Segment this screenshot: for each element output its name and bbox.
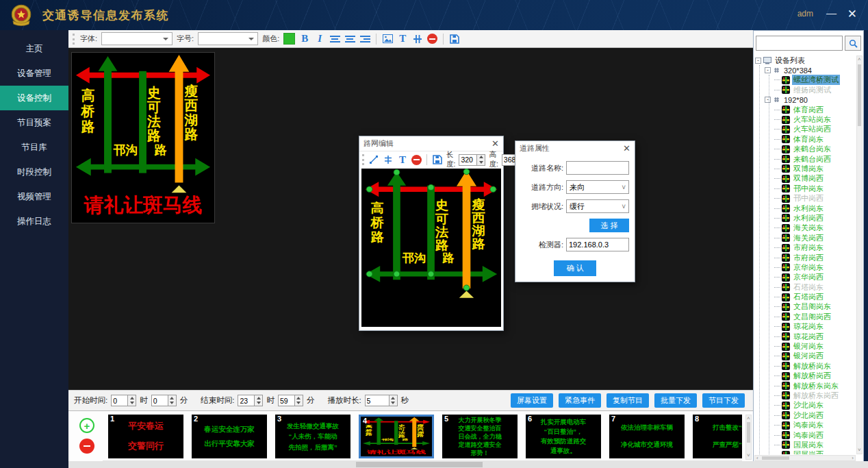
device-name[interactable]: 海关岗西	[792, 233, 825, 243]
device-name[interactable]: 火车站岗东	[792, 114, 832, 125]
sidebar-item-home[interactable]: 主页	[0, 36, 68, 61]
program-thumbnail[interactable]: 2春运安全连万家出行平安靠大家	[192, 415, 267, 458]
tree-vertical-scrollbar[interactable]: ˄ ˅	[856, 56, 863, 454]
device-name[interactable]: 邗中岗东	[792, 184, 825, 194]
edit-handle[interactable]	[366, 186, 372, 192]
device-name[interactable]: 文昌阁岗西	[792, 312, 832, 322]
collapse-icon[interactable]: -	[755, 58, 761, 64]
line-icon[interactable]	[368, 153, 379, 166]
device-name[interactable]: 维扬岗测试	[792, 85, 832, 95]
edit-handle[interactable]	[428, 271, 434, 277]
start-hour-input[interactable]	[111, 395, 128, 406]
tree-device[interactable]: 文昌阁岗西	[755, 312, 856, 321]
program-thumbnail[interactable]: 4高桥路史可法路瘦西湖路邗沟路请礼让斑马线	[359, 415, 434, 458]
emergency-event-button[interactable]: 紧急事件	[559, 393, 601, 408]
program-thumbnail[interactable]: 1平安春运交警同行	[108, 415, 183, 458]
device-name[interactable]: 鸿泰岗西	[792, 430, 825, 441]
detector-input[interactable]	[566, 238, 629, 251]
collapse-icon[interactable]: -	[765, 97, 771, 103]
tree-device[interactable]: 琼花岗东	[755, 322, 856, 332]
tree-device[interactable]: 文昌阁岗东	[755, 302, 856, 312]
device-name[interactable]: 解放桥岗西	[792, 371, 832, 381]
tree-device[interactable]: 琼花岗西	[755, 332, 856, 341]
length-input[interactable]	[459, 154, 477, 166]
device-name[interactable]: 沙北岗西	[792, 410, 825, 421]
device-name[interactable]: 琼花岗东	[792, 321, 825, 332]
tree-device[interactable]: 国展岗东	[755, 440, 856, 449]
tree-device[interactable]: 邗中岗东	[755, 184, 856, 193]
spin-up-icon[interactable]	[477, 155, 485, 160]
device-name[interactable]: 沙北岗东	[792, 400, 825, 410]
tree-device[interactable]: 国展岗西	[755, 450, 856, 454]
program-thumbnail[interactable]: 7依法治理非标车辆净化城市交通环境	[609, 415, 685, 458]
tree-device[interactable]: 火车站岗东	[755, 114, 856, 124]
device-name[interactable]: 水利岗东	[792, 204, 825, 214]
tree-device[interactable]: 解放桥东岗东	[755, 381, 856, 391]
text-icon[interactable]: T	[397, 153, 408, 166]
device-name[interactable]: 文昌阁岗东	[792, 301, 832, 312]
size-select[interactable]	[198, 32, 258, 45]
color-swatch[interactable]	[283, 33, 295, 45]
collapse-icon[interactable]: -	[765, 67, 771, 73]
road-direction-select[interactable]: 来向	[566, 180, 629, 194]
tree-device[interactable]: 双博岗东	[755, 164, 856, 173]
close-icon[interactable]: ✕	[492, 138, 499, 149]
tree-device[interactable]: 来鹤台岗东	[755, 145, 856, 154]
start-minute-input[interactable]	[151, 395, 168, 406]
vertical-scrollbar[interactable]: ˄ ˅	[745, 415, 752, 460]
tree-device[interactable]: 市府岗西	[755, 253, 856, 262]
device-name[interactable]: 鸿泰岗东	[792, 420, 825, 430]
tree-device[interactable]: 维扬岗测试	[755, 85, 856, 95]
device-name[interactable]: 京华岗西	[792, 272, 825, 282]
align-right-icon[interactable]	[359, 33, 370, 45]
tree-root[interactable]: -设备列表	[755, 56, 856, 65]
tree-device[interactable]: 体育岗东	[755, 134, 856, 144]
cross-icon[interactable]	[383, 153, 394, 166]
edit-handle[interactable]	[394, 169, 400, 175]
congestion-select[interactable]: 缓行	[566, 199, 629, 213]
delete-icon[interactable]	[411, 155, 422, 165]
program-thumbnail[interactable]: 8打击整改“灯严查严惩“机	[693, 415, 742, 458]
tree-device[interactable]: 螺丝湾桥测试	[755, 75, 856, 85]
dialog-titlebar[interactable]: 路网编辑 ✕	[359, 136, 503, 151]
add-program-button[interactable]: +	[79, 418, 94, 433]
device-name[interactable]: 石塔岗东	[792, 282, 825, 293]
tree-device[interactable]: 石塔岗西	[755, 292, 856, 301]
tree-device[interactable]: 体育岗西	[755, 105, 856, 114]
device-name[interactable]: 解放桥东岗西	[792, 391, 840, 401]
device-name[interactable]: 市府岗西	[792, 253, 825, 263]
tree-device[interactable]: 海关岗东	[755, 223, 856, 233]
batch-send-button[interactable]: 批量下发	[654, 393, 697, 408]
tree-horizontal-scrollbar[interactable]: ‹ ›	[754, 455, 856, 461]
program-thumbnail[interactable]: 5大力开展秋冬季交通安全整治百日会战，全力稳定道路交通安全形势！	[442, 415, 518, 458]
length-stepper[interactable]	[459, 154, 485, 166]
italic-icon[interactable]: I	[314, 33, 325, 45]
device-name[interactable]: 海关岗东	[792, 223, 825, 233]
device-name[interactable]: 火车站岗西	[792, 124, 832, 134]
device-name[interactable]: 体育岗东	[792, 134, 825, 145]
bold-icon[interactable]: B	[299, 33, 310, 45]
sidebar-item-video-management[interactable]: 视频管理	[0, 184, 68, 209]
device-name[interactable]: 双博岗西	[792, 173, 825, 184]
tree-device[interactable]: 京华岗东	[755, 262, 856, 272]
image-icon[interactable]	[382, 33, 393, 45]
end-hour-input[interactable]	[238, 395, 255, 406]
sidebar-item-device-control[interactable]: 设备控制	[0, 86, 68, 110]
device-name[interactable]: 来鹤台岗西	[792, 154, 832, 164]
tree-device[interactable]: 石塔岗东	[755, 282, 856, 292]
tree-device[interactable]: 鸿泰岗东	[755, 420, 856, 430]
device-name[interactable]: 国展岗西	[792, 449, 825, 454]
text-icon[interactable]: T	[397, 33, 408, 45]
device-name[interactable]: 解放桥岗东	[792, 361, 832, 371]
tree-group[interactable]: -192*80	[755, 95, 856, 105]
tree-device[interactable]: 银河岗东	[755, 341, 856, 351]
led-sign-preview[interactable]: 高桥路史可法路瘦西湖路邗沟路请礼让斑马线	[71, 52, 215, 223]
sidebar-item-device-management[interactable]: 设备管理	[0, 61, 68, 86]
device-name[interactable]: 国展岗东	[792, 440, 825, 450]
tree-device[interactable]: 海关岗西	[755, 233, 856, 243]
align-left-icon[interactable]	[329, 33, 340, 45]
device-name[interactable]: 市府岗东	[792, 243, 825, 253]
program-thumbnail[interactable]: 6扎实开展电动车“百日整治”，有效预防道路交通事故。	[526, 415, 601, 458]
tree-device[interactable]: 沙北岗西	[755, 410, 856, 420]
delete-icon[interactable]	[427, 34, 437, 44]
